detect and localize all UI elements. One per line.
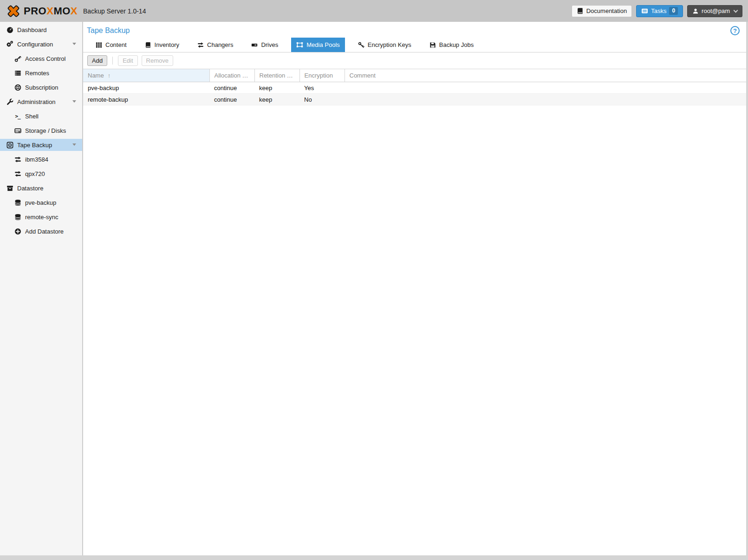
tab-backup-jobs[interactable]: Backup Jobs (424, 38, 479, 52)
sort-ascending-icon: ↑ (108, 72, 111, 79)
app-title: Backup Server 1.0-14 (83, 7, 146, 15)
sidebar-item-shell[interactable]: >_ Shell (0, 110, 82, 122)
sidebar-item-ibm3584[interactable]: ibm3584 (0, 153, 82, 165)
dashboard-icon (6, 26, 14, 33)
sidebar-item-pve-backup[interactable]: pve-backup (0, 196, 82, 208)
cell-comment (345, 94, 746, 105)
cell-allocation: continue (209, 94, 254, 105)
remove-button: Remove (142, 55, 173, 66)
column-header-allocation[interactable]: Allocation … (209, 69, 254, 82)
cell-retention: keep (254, 94, 299, 105)
media-pools-panel: Add Edit Remove Name↑ Allocation … Reten… (83, 52, 746, 555)
title-row: Tape Backup ? (83, 22, 746, 37)
sidebar-item-configuration[interactable]: Configuration (0, 38, 82, 50)
main-content: Tape Backup ? Content Inventory Changers… (83, 22, 746, 555)
help-icon[interactable]: ? (730, 26, 740, 35)
database-icon (13, 213, 22, 221)
media-pools-table: Name↑ Allocation … Retention … Encryptio… (83, 69, 746, 105)
grid-icon (96, 42, 102, 48)
proxmox-wordmark: PROXMOX (24, 6, 78, 16)
table-header-row: Name↑ Allocation … Retention … Encryptio… (83, 69, 746, 82)
sidebar-item-datastore[interactable]: Datastore (0, 182, 82, 194)
topbar-actions: Documentation Tasks 0 root@pam (572, 5, 742, 17)
sidebar-item-remotes[interactable]: Remotes (0, 67, 82, 79)
wrench-icon (6, 98, 14, 105)
object-group-icon (296, 41, 303, 48)
sidebar-item-qpx720[interactable]: qpx720 (0, 168, 82, 180)
exchange-icon (13, 170, 22, 177)
user-icon (692, 8, 699, 14)
column-header-encryption[interactable]: Encryption (299, 69, 345, 82)
sidebar-item-remote-sync[interactable]: remote-sync (0, 211, 82, 223)
cell-encryption: No (299, 94, 345, 105)
tape-cartridge-icon (6, 141, 14, 149)
column-header-comment[interactable]: Comment (345, 69, 746, 82)
cell-comment (345, 82, 746, 94)
sidebar-item-add-datastore[interactable]: Add Datastore (0, 225, 82, 237)
chevron-down-icon (734, 8, 738, 13)
tab-changers[interactable]: Changers (192, 38, 238, 52)
tab-encryption-keys[interactable]: Encryption Keys (353, 38, 416, 52)
table-row[interactable]: remote-backup continue keep No (83, 94, 746, 105)
sidebar: Dashboard Configuration Access Control R… (0, 22, 83, 555)
server-list-icon (13, 69, 22, 77)
chevron-down-icon (72, 143, 76, 146)
sidebar-item-subscription[interactable]: Subscription (0, 81, 82, 93)
life-ring-icon (13, 84, 22, 91)
proxmox-x-icon (7, 4, 20, 18)
tasks-count-badge: 0 (669, 7, 678, 15)
toolbar: Add Edit Remove (83, 52, 746, 69)
tasks-button[interactable]: Tasks 0 (636, 5, 683, 17)
task-list-icon (641, 7, 648, 14)
gears-icon (6, 40, 14, 48)
cell-encryption: Yes (299, 82, 345, 94)
sidebar-item-tape-backup[interactable]: Tape Backup (0, 139, 82, 151)
key-icon (358, 42, 364, 48)
sidebar-item-administration[interactable]: Administration (0, 96, 82, 108)
tab-content[interactable]: Content (91, 38, 132, 52)
cell-name: pve-backup (83, 82, 209, 94)
book-icon (145, 42, 151, 48)
column-header-name[interactable]: Name↑ (83, 69, 209, 82)
column-header-retention[interactable]: Retention … (254, 69, 299, 82)
toolbar-separator (112, 57, 113, 65)
terminal-icon: >_ (13, 112, 22, 120)
chevron-down-icon (72, 43, 76, 45)
plus-circle-icon (13, 228, 22, 235)
tab-inventory[interactable]: Inventory (140, 38, 184, 52)
top-header: PROXMOX Backup Server 1.0-14 Documentati… (0, 0, 748, 22)
documentation-button[interactable]: Documentation (572, 5, 632, 17)
table-row[interactable]: pve-backup continue keep Yes (83, 82, 746, 94)
sidebar-item-access-control[interactable]: Access Control (0, 52, 82, 65)
chevron-down-icon (72, 100, 76, 103)
sidebar-item-dashboard[interactable]: Dashboard (0, 24, 82, 36)
floppy-icon (429, 42, 436, 48)
drive-bay-icon (13, 127, 22, 134)
edit-button: Edit (118, 55, 137, 66)
tab-bar: Content Inventory Changers Drives Media … (91, 38, 746, 52)
proxmox-logo: PROXMOX Backup Server 1.0-14 (7, 4, 146, 18)
tape-drive-icon (251, 42, 258, 48)
sidebar-item-storage-disks[interactable]: Storage / Disks (0, 124, 82, 137)
cell-name: remote-backup (83, 94, 209, 105)
key-icon (13, 55, 22, 62)
page-title: Tape Backup (87, 26, 130, 35)
archive-box-icon (6, 184, 14, 192)
cell-allocation: continue (209, 82, 254, 94)
exchange-icon (13, 156, 22, 163)
cell-retention: keep (254, 82, 299, 94)
database-icon (13, 199, 22, 206)
user-menu-button[interactable]: root@pam (687, 5, 742, 17)
tab-media-pools[interactable]: Media Pools (291, 38, 345, 52)
book-icon (577, 7, 584, 14)
add-button[interactable]: Add (87, 55, 107, 66)
exchange-icon (197, 42, 204, 48)
tab-drives[interactable]: Drives (246, 38, 283, 52)
